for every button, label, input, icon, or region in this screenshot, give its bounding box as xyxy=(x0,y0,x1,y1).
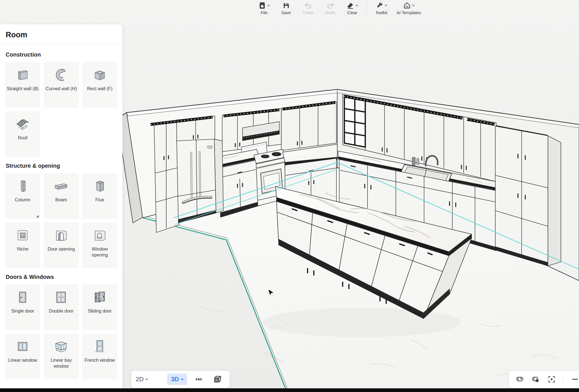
clear-button[interactable]: Clear xyxy=(344,1,360,15)
submenu-corner-indicator xyxy=(36,215,39,217)
double-door-icon xyxy=(53,288,69,306)
wrench-icon xyxy=(376,2,383,9)
niche-icon xyxy=(14,226,31,244)
rect-wall-icon xyxy=(92,66,108,84)
cube-icon[interactable] xyxy=(213,375,222,384)
caret-down-icon xyxy=(355,5,358,7)
tile-flue[interactable]: Flue xyxy=(82,173,117,219)
tile-rect-wall[interactable]: Rect wall (F) xyxy=(82,62,117,108)
tile-linear-bay-window[interactable]: Linear bay window xyxy=(44,333,79,379)
tile-label: Linear window xyxy=(8,357,37,363)
divider xyxy=(563,374,563,384)
ai-templates-label: AI Templates xyxy=(397,10,421,15)
tile-label: Double door xyxy=(49,308,74,314)
linear-bay-window-icon xyxy=(53,337,69,356)
top-toolbar: File Save Undo Redo Clear Toolkit xyxy=(256,1,422,15)
toolkit-label: Toolkit xyxy=(375,10,388,15)
tile-curved-wall[interactable]: Curved wall (H) xyxy=(44,62,79,108)
caret-down-icon xyxy=(384,5,387,7)
section-heading-construction: Construction xyxy=(6,51,117,58)
sliding-door-icon xyxy=(92,288,108,306)
focus-center-icon[interactable] xyxy=(547,375,556,384)
open-shelf-unit xyxy=(344,97,365,147)
tile-label: Beam xyxy=(55,197,67,203)
toolkit-button[interactable]: Toolkit xyxy=(373,1,390,15)
tile-label: Flue xyxy=(95,197,104,203)
straight-wall-icon xyxy=(14,66,31,84)
beam-icon xyxy=(53,177,69,195)
tile-label: Linear bay window xyxy=(45,357,77,369)
section-heading-structure-opening: Structure & opening xyxy=(6,163,117,169)
mode-2d-label: 2D xyxy=(136,376,144,383)
tile-single-door[interactable]: Single door xyxy=(5,284,40,330)
curved-wall-icon xyxy=(53,66,69,84)
panel-title: Room xyxy=(0,24,122,44)
tile-straight-wall[interactable]: Straight wall (B) xyxy=(5,62,40,108)
tile-door-opening[interactable]: Door opening xyxy=(44,222,79,268)
tile-label: Door opening xyxy=(47,246,75,252)
tile-double-door[interactable]: Double door xyxy=(44,284,79,330)
single-door-icon xyxy=(14,288,31,306)
undo-icon xyxy=(304,2,312,9)
tile-label: Sliding door xyxy=(88,308,112,314)
structure-opening-tiles: Column Beam Flue Niche xyxy=(5,173,117,268)
save-button[interactable]: Save xyxy=(278,1,294,15)
tile-label: Niche xyxy=(17,246,29,252)
file-icon xyxy=(258,2,266,9)
undo-button[interactable]: Undo xyxy=(300,1,316,15)
tile-label: Straight wall (B) xyxy=(7,86,39,92)
tile-french-window[interactable]: French window xyxy=(82,333,117,379)
undo-label: Undo xyxy=(303,10,313,15)
ai-house-icon xyxy=(403,2,411,9)
tile-sliding-door[interactable]: Sliding door xyxy=(82,284,117,330)
tile-label: Window opening xyxy=(83,246,116,258)
file-button[interactable]: File xyxy=(256,1,272,15)
flue-icon xyxy=(92,177,108,195)
tall-cabinet-right xyxy=(495,126,561,266)
tile-linear-window[interactable]: Linear window xyxy=(5,333,40,379)
mode-3d-button[interactable]: 3D xyxy=(167,374,188,385)
caret-down-icon xyxy=(267,5,270,7)
tile-roof[interactable]: Roof xyxy=(5,111,40,157)
tile-window-opening[interactable]: Window opening xyxy=(82,222,117,268)
mode-2d-button[interactable]: 2D xyxy=(136,376,148,383)
linear-window-icon xyxy=(14,337,31,356)
construction-tiles: Straight wall (B) Curved wall (H) Rect w… xyxy=(5,62,117,157)
tile-column[interactable]: Column xyxy=(5,173,40,219)
tall-pantry-left xyxy=(154,121,179,232)
display-options-bar xyxy=(187,371,230,388)
tile-label: Rect wall (F) xyxy=(87,86,113,92)
door-opening-icon xyxy=(53,226,69,244)
mode-3d-label: 3D xyxy=(171,376,179,383)
ai-templates-button[interactable]: AI Templates xyxy=(395,1,422,15)
caret-down-icon xyxy=(412,5,415,7)
redo-button[interactable]: Redo xyxy=(322,1,338,15)
eye-icon[interactable] xyxy=(195,375,203,384)
room-panel: Room Construction Straight wall (B) Curv… xyxy=(0,24,122,389)
view-mode-switcher: 2D 3D xyxy=(131,371,191,388)
column-icon xyxy=(14,177,31,195)
window-opening-icon xyxy=(92,226,108,244)
zoom-out-icon[interactable] xyxy=(571,375,579,384)
camera-controls-bar xyxy=(509,371,579,388)
tile-niche[interactable]: Niche xyxy=(5,222,40,268)
roof-icon xyxy=(14,115,31,133)
file-label: File xyxy=(261,10,267,15)
toolbar-divider xyxy=(367,2,367,14)
camera-settings-icon[interactable] xyxy=(532,375,540,384)
camera-restore-icon[interactable] xyxy=(516,375,524,384)
french-window-icon xyxy=(92,337,108,356)
tile-label: French window xyxy=(85,357,115,363)
tile-label: Curved wall (H) xyxy=(46,86,77,92)
save-label: Save xyxy=(281,10,291,15)
tile-beam[interactable]: Beam xyxy=(44,173,79,219)
redo-icon xyxy=(327,2,334,9)
eraser-icon xyxy=(347,2,354,9)
caret-down-icon xyxy=(145,379,148,380)
tile-label: Single door xyxy=(11,308,34,314)
clear-label: Clear xyxy=(347,10,357,15)
redo-label: Redo xyxy=(325,10,335,15)
doors-windows-tiles: Single door Double door Sliding door Lin… xyxy=(5,284,117,379)
tile-label: Column xyxy=(15,197,31,203)
save-icon xyxy=(282,2,290,9)
